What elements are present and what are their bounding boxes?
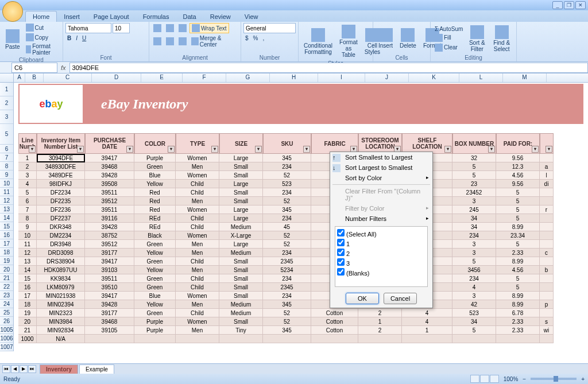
table-cell[interactable]: Small (219, 162, 263, 171)
row-header[interactable]: 22 (0, 282, 13, 291)
filter-option[interactable]: 2 (337, 248, 425, 258)
table-cell[interactable]: DF2237 (37, 214, 85, 223)
office-button[interactable] (2, 1, 23, 22)
table-header[interactable]: TYPE▾ (176, 133, 219, 154)
table-cell[interactable]: Green (134, 162, 176, 171)
row-header[interactable]: 24 (0, 300, 13, 308)
table-cell[interactable]: p (540, 300, 554, 309)
table-cell[interactable]: Child (176, 257, 219, 266)
table-cell[interactable]: 39417 (85, 154, 134, 162)
table-cell[interactable]: 4 (402, 317, 452, 326)
table-cell[interactable]: 5 (452, 326, 496, 335)
select-all-corner[interactable] (0, 73, 14, 82)
filter-dropdown-icon[interactable]: ▾ (532, 146, 539, 153)
table-cell[interactable]: MIN92834 (37, 326, 85, 335)
table-cell[interactable] (540, 309, 554, 317)
table-cell[interactable]: 5 (452, 162, 496, 171)
table-cell[interactable]: 52 (263, 171, 311, 180)
table-cell[interactable]: 8.99 (496, 223, 540, 231)
table-cell[interactable]: Large (219, 240, 263, 249)
table-cell[interactable]: 2 (358, 326, 402, 335)
table-cell[interactable]: 2.33 (496, 249, 540, 257)
table-cell[interactable]: Cotton (311, 309, 358, 317)
table-cell[interactable] (85, 335, 134, 343)
table-cell[interactable]: DKR348 (37, 223, 85, 231)
table-cell[interactable]: 2 (18, 162, 37, 171)
table-cell[interactable]: 4 (18, 180, 37, 188)
number-format-combo[interactable]: General (243, 23, 296, 33)
table-cell[interactable]: Cotton (311, 326, 358, 335)
zoom-out[interactable]: − (523, 376, 526, 382)
table-cell[interactable]: 52 (263, 309, 311, 317)
table-cell[interactable]: c (540, 249, 554, 257)
table-cell[interactable]: 39417 (85, 257, 134, 266)
filter-dropdown-icon[interactable]: ▾ (126, 146, 133, 153)
row-header[interactable]: 18 (0, 248, 13, 257)
table-cell[interactable]: Small (219, 197, 263, 205)
table-cell[interactable]: 39508 (85, 180, 134, 188)
table-cell[interactable]: 2.33 (496, 317, 540, 326)
table-cell[interactable]: 523 (452, 309, 496, 317)
view-layout[interactable] (480, 375, 489, 383)
table-cell[interactable]: 5 (496, 240, 540, 249)
table-cell[interactable]: 4 (452, 283, 496, 292)
col-H[interactable]: H (270, 73, 318, 82)
col-I[interactable]: I (318, 73, 365, 82)
fill-button[interactable]: Fill (433, 33, 465, 42)
table-cell[interactable]: N/A (37, 335, 85, 343)
table-cell[interactable]: Child (176, 274, 219, 283)
table-cell[interactable]: 45 (263, 223, 311, 231)
table-cell[interactable]: 39512 (85, 240, 134, 249)
table-cell[interactable]: Blue (134, 292, 176, 300)
table-cell[interactable]: KK9834 (37, 274, 85, 283)
table-cell[interactable]: 234 (263, 249, 311, 257)
table-cell[interactable] (540, 188, 554, 197)
table-cell[interactable]: r (540, 205, 554, 214)
table-cell[interactable]: Child (176, 214, 219, 223)
table-cell[interactable]: Black (134, 231, 176, 240)
table-cell[interactable]: Child (176, 180, 219, 188)
row-header[interactable]: 17 (0, 239, 13, 248)
table-cell[interactable]: Green (134, 283, 176, 292)
table-cell[interactable]: 234 (263, 188, 311, 197)
table-cell[interactable]: DR3948 (37, 240, 85, 249)
table-cell[interactable]: HDK0897UU (37, 266, 85, 274)
table-cell[interactable]: 17 (18, 292, 37, 300)
tab-nav-prev[interactable]: ◀ (11, 365, 19, 373)
table-cell[interactable]: Green (134, 309, 176, 317)
table-cell[interactable]: 23.34 (496, 231, 540, 240)
table-cell[interactable]: 4.56 (496, 266, 540, 274)
table-cell[interactable]: DF2234 (37, 188, 85, 197)
clear-button[interactable]: Clear (433, 43, 465, 52)
col-L[interactable]: L (459, 73, 503, 82)
view-break[interactable] (490, 375, 499, 383)
table-cell[interactable]: Red (134, 205, 176, 214)
table-cell[interactable]: Small (219, 257, 263, 266)
table-cell[interactable]: Blue (134, 171, 176, 180)
table-cell[interactable]: 98IDFKJ (37, 180, 85, 188)
insert-cells-button[interactable]: Insert (376, 26, 396, 51)
table-cell[interactable]: Small (219, 188, 263, 197)
table-cell[interactable]: Small (219, 171, 263, 180)
row-header[interactable]: 1006 (0, 334, 13, 343)
sort-asc[interactable]: ↑Sort Smallest to Largest (330, 152, 432, 162)
table-cell[interactable] (540, 274, 554, 283)
align-left[interactable] (152, 34, 163, 48)
filter-checkbox[interactable] (337, 229, 345, 236)
table-cell[interactable]: Yellow (134, 180, 176, 188)
table-header[interactable]: PURCHASE DATE▾ (85, 133, 134, 154)
table-cell[interactable]: Purple (134, 154, 176, 162)
table-cell[interactable]: 4.56 (496, 171, 540, 180)
table-cell[interactable]: 39428 (85, 300, 134, 309)
sort-desc[interactable]: ↓Sort Largest to Smallest (330, 162, 432, 173)
filter-checkbox[interactable] (337, 239, 345, 246)
table-cell[interactable]: a (540, 162, 554, 171)
table-cell[interactable]: MIN021938 (37, 292, 85, 300)
table-cell[interactable]: 2 (358, 309, 402, 317)
underline-button[interactable]: U (80, 34, 88, 42)
delete-cells-button[interactable]: Delete (397, 26, 419, 51)
tab-nav-first[interactable]: ⏮ (2, 365, 10, 373)
table-cell[interactable]: Purple (134, 317, 176, 326)
table-cell[interactable]: Green (134, 274, 176, 283)
filter-checkbox[interactable] (337, 249, 345, 256)
